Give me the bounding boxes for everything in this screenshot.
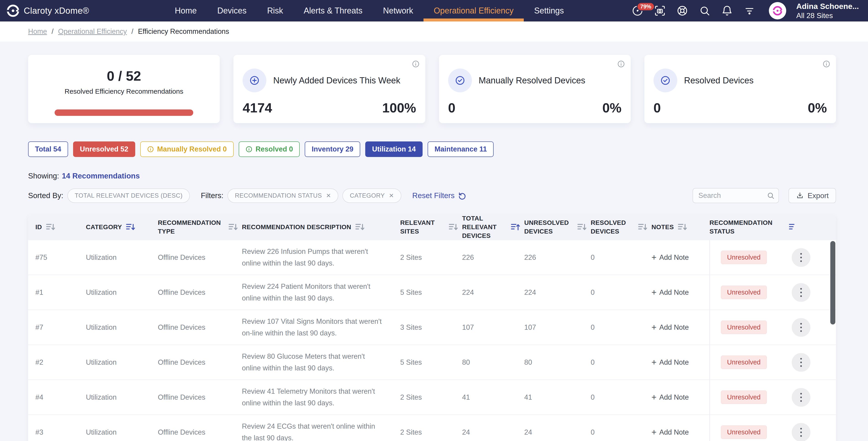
table-search — [692, 188, 779, 203]
help-lifebuoy-icon[interactable] — [676, 5, 688, 17]
table-row[interactable]: #4 Utilization Offline Devices Review 41… — [28, 380, 836, 415]
recommendation-id: #4 — [35, 393, 86, 402]
nav-item-devices[interactable]: Devices — [207, 0, 257, 22]
category-value: Utilization — [86, 254, 158, 262]
status-cell: Unresolved — [710, 380, 836, 414]
showing-count: 14 Recommendations — [62, 172, 140, 180]
plus-icon: + — [651, 322, 656, 332]
kebab-icon — [800, 427, 802, 437]
category-value: Utilization — [86, 323, 158, 331]
chip-manually-resolved[interactable]: Manually Resolved 0 — [140, 142, 234, 157]
row-menu-button[interactable] — [792, 423, 810, 441]
nav-item-alerts-threats[interactable]: Alerts & Threats — [293, 0, 373, 22]
search-icon[interactable] — [699, 5, 711, 17]
chip-utilization[interactable]: Utilization 14 — [365, 142, 423, 157]
table-row[interactable]: #7 Utilization Offline Devices Review 10… — [28, 310, 836, 345]
sort-icon[interactable] — [577, 223, 587, 232]
col-category[interactable]: CATEGORY — [86, 223, 158, 232]
row-menu-button[interactable] — [792, 248, 810, 267]
sort-icon[interactable] — [510, 223, 520, 232]
add-note-button[interactable]: + Add Note — [651, 427, 710, 437]
breadcrumb-operational-efficiency[interactable]: Operational Efficiency — [58, 27, 127, 36]
relevant-sites-value: 2 Sites — [400, 254, 462, 262]
info-icon[interactable] — [617, 60, 625, 68]
card-title: Manually Resolved Devices — [479, 76, 585, 85]
status-badge: Unresolved — [721, 356, 767, 369]
avatar[interactable] — [769, 2, 786, 20]
resolved-devices-value: 0 — [591, 288, 651, 297]
sort-icon[interactable] — [45, 223, 55, 232]
add-note-button[interactable]: + Add Note — [651, 253, 710, 262]
col-id[interactable]: ID — [35, 223, 86, 232]
chip-inventory[interactable]: Inventory 29 — [305, 142, 360, 157]
row-menu-button[interactable] — [792, 283, 810, 302]
col-recommendation-description[interactable]: RECOMMENDATION DESCRIPTION — [242, 223, 400, 232]
add-note-button[interactable]: + Add Note — [651, 288, 710, 297]
table-row[interactable]: #3 Utilization Offline Devices Review 24… — [28, 415, 836, 441]
col-notes[interactable]: NOTES — [651, 223, 710, 232]
row-menu-button[interactable] — [792, 353, 810, 372]
search-input[interactable] — [692, 188, 779, 203]
sort-icon[interactable] — [125, 223, 135, 232]
nav-item-network[interactable]: Network — [373, 0, 424, 22]
table-scrollbar-thumb[interactable] — [830, 241, 835, 324]
export-button[interactable]: Export — [788, 188, 836, 203]
reset-filters-button[interactable]: Reset Filters — [412, 191, 466, 200]
relevant-sites-value: 5 Sites — [400, 288, 462, 297]
total-relevant-devices-value: 41 — [462, 393, 524, 402]
chip-resolved[interactable]: Resolved 0 — [239, 142, 300, 157]
col-resolved-devices[interactable]: RESOLVED DEVICES — [591, 218, 651, 236]
filter-pill-category[interactable]: CATEGORY ✕ — [342, 188, 401, 203]
card-value: 4174 — [243, 100, 272, 115]
recommendation-description: Review 107 Vital Signs Monitors that wer… — [242, 316, 400, 339]
col-recommendation-status[interactable]: RECOMMENDATION STATUS — [710, 218, 836, 236]
info-icon[interactable] — [823, 60, 830, 68]
nav-item-home[interactable]: Home — [164, 0, 207, 22]
close-icon[interactable]: ✕ — [326, 192, 331, 199]
col-unresolved-devices[interactable]: UNRESOLVED DEVICES — [524, 218, 591, 236]
close-icon[interactable]: ✕ — [389, 192, 394, 199]
add-note-button[interactable]: + Add Note — [651, 322, 710, 332]
chip-maintenance[interactable]: Maintenance 11 — [428, 142, 494, 157]
unresolved-devices-value: 107 — [524, 323, 591, 331]
table-row[interactable]: #75 Utilization Offline Devices Review 2… — [28, 240, 836, 275]
filter-icon[interactable] — [743, 5, 755, 17]
table-row[interactable]: #1 Utilization Offline Devices Review 22… — [28, 275, 836, 310]
col-total-relevant-devices[interactable]: TOTAL RELEVANT DEVICES — [462, 214, 524, 240]
notifications-bell-icon[interactable] — [721, 5, 733, 17]
nav-item-risk[interactable]: Risk — [257, 0, 293, 22]
row-menu-button[interactable] — [792, 388, 810, 407]
chip-total[interactable]: Total 54 — [28, 142, 68, 157]
sorted-by-pill[interactable]: TOTAL RELEVANT DEVICES (DESC) — [67, 188, 190, 203]
col-recommendation-type[interactable]: RECOMMENDATION TYPE — [158, 218, 242, 236]
chip-unresolved[interactable]: Unresolved 52 — [73, 142, 135, 157]
card-title: Resolved Devices — [684, 76, 753, 85]
nav-item-operational-efficiency[interactable]: Operational Efficiency — [424, 0, 524, 22]
user-block[interactable]: Adina Schoene... All 28 Sites — [796, 1, 859, 20]
download-icon — [796, 192, 804, 200]
gauge-score-icon[interactable]: 79% — [631, 5, 644, 17]
sort-icon[interactable] — [677, 223, 687, 232]
sort-icon[interactable] — [448, 223, 458, 232]
relevant-sites-value: 5 Sites — [400, 358, 462, 366]
sort-icon[interactable] — [228, 223, 238, 232]
screenshot-capture-icon[interactable] — [654, 5, 666, 17]
kebab-icon — [800, 392, 802, 402]
table-header: ID CATEGORY RECOMMENDATION TYPE RECOMMEN… — [28, 214, 836, 240]
recommendation-type-value: Offline Devices — [158, 254, 242, 262]
add-note-button[interactable]: + Add Note — [651, 392, 710, 402]
sort-icon[interactable] — [637, 223, 647, 232]
row-menu-button[interactable] — [792, 318, 810, 337]
info-icon — [246, 146, 252, 153]
filter-pill-recommendation-status[interactable]: RECOMMENDATION STATUS ✕ — [227, 188, 338, 203]
info-icon[interactable] — [412, 60, 420, 68]
sort-icon[interactable] — [788, 223, 798, 232]
table-row[interactable]: #2 Utilization Offline Devices Review 80… — [28, 345, 836, 380]
recommendation-id: #1 — [35, 288, 86, 297]
nav-item-settings[interactable]: Settings — [524, 0, 574, 22]
add-note-button[interactable]: + Add Note — [651, 357, 710, 367]
col-relevant-sites[interactable]: RELEVANT SITES — [400, 218, 462, 236]
resolved-devices-value: 0 — [591, 254, 651, 262]
sort-icon[interactable] — [354, 223, 365, 232]
breadcrumb-home[interactable]: Home — [28, 27, 47, 36]
